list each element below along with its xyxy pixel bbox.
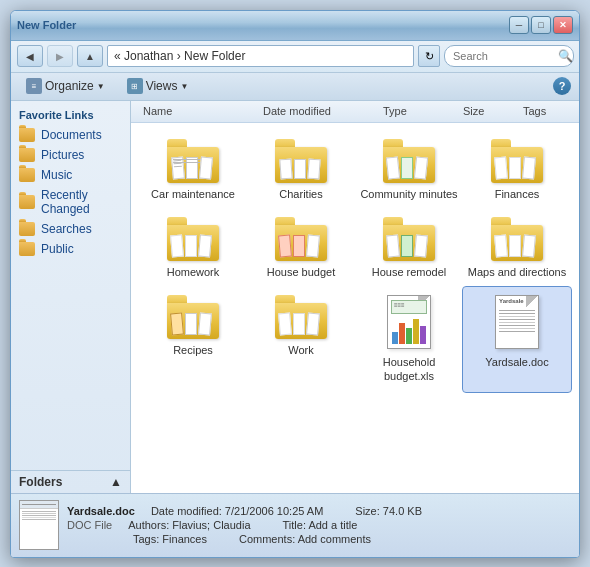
status-title: Title: Add a title [283, 519, 358, 531]
status-bar: Yardsale.doc Date modified: 7/21/2006 10… [11, 493, 579, 557]
file-item-car-maintenance[interactable]: Car maintenance [139, 131, 247, 209]
sidebar-item-searches[interactable]: Searches [11, 219, 130, 239]
status-row-tags: Tags: Finances Comments: Add comments [67, 533, 571, 545]
file-label-finances: Finances [495, 187, 540, 201]
file-label-house-remodel: House remodel [372, 265, 447, 279]
forward-button[interactable]: ▶ [47, 45, 73, 67]
title-bar-left: New Folder [17, 19, 76, 31]
file-label-maps-directions: Maps and directions [468, 265, 566, 279]
column-headers: Name Date modified Type Size Tags [131, 101, 579, 123]
status-comments: Comments: Add comments [239, 533, 371, 545]
content-area: Favorite Links Documents Pictures Music … [11, 101, 579, 493]
views-dropdown-icon: ▼ [180, 82, 188, 91]
file-label-house-budget: House budget [267, 265, 336, 279]
file-area: Name Date modified Type Size Tags [131, 101, 579, 493]
folder-icon-house-budget [275, 217, 327, 261]
folder-icon-maps-directions [491, 217, 543, 261]
toolbar: ≡ Organize ▼ ⊞ Views ▼ ? [11, 73, 579, 101]
folders-chevron-icon: ▲ [110, 475, 122, 489]
status-authors: Authors: Flavius; Claudia [128, 519, 250, 531]
status-row-filename: Yardsale.doc Date modified: 7/21/2006 10… [67, 505, 571, 517]
views-button[interactable]: ⊞ Views ▼ [120, 75, 196, 97]
col-header-type[interactable]: Type [379, 105, 459, 117]
file-item-homework[interactable]: Homework [139, 209, 247, 287]
back-button[interactable]: ◀ [17, 45, 43, 67]
doc-file-icon: Yardsale [491, 295, 543, 351]
file-item-recipes[interactable]: Recipes [139, 287, 247, 392]
col-header-size[interactable]: Size [459, 105, 519, 117]
folder-icon-work [275, 295, 327, 339]
col-header-tags[interactable]: Tags [519, 105, 571, 117]
status-filetype: DOC File [67, 519, 112, 531]
file-item-house-budget[interactable]: House budget [247, 209, 355, 287]
file-item-community-minutes[interactable]: Community minutes [355, 131, 463, 209]
sidebar-item-pictures[interactable]: Pictures [11, 145, 130, 165]
music-folder-icon [19, 168, 35, 182]
status-size: Size: 74.0 KB [355, 505, 422, 517]
folders-section[interactable]: Folders ▲ [11, 470, 130, 493]
file-label-charities: Charities [279, 187, 322, 201]
sidebar-item-recently-changed[interactable]: Recently Changed [11, 185, 130, 219]
file-item-household-budget[interactable]: ≡≡≡ Household budget.xls [355, 287, 463, 392]
file-label-homework: Homework [167, 265, 220, 279]
searches-folder-icon [19, 222, 35, 236]
window-title: New Folder [17, 19, 76, 31]
status-title-text: Title: Add a title [283, 519, 358, 531]
public-folder-icon [19, 242, 35, 256]
file-item-work[interactable]: Work [247, 287, 355, 392]
file-item-charities[interactable]: Charities [247, 131, 355, 209]
folder-icon-house-remodel [383, 217, 435, 261]
organize-button[interactable]: ≡ Organize ▼ [19, 75, 112, 97]
folder-icon-community-minutes [383, 139, 435, 183]
file-label-community-minutes: Community minutes [360, 187, 457, 201]
excel-file-icon: ≡≡≡ [383, 295, 435, 351]
files-grid: Car maintenance Charities [131, 123, 579, 493]
views-icon: ⊞ [127, 78, 143, 94]
file-item-finances[interactable]: Finances [463, 131, 571, 209]
file-label-car-maintenance: Car maintenance [151, 187, 235, 201]
file-label-household-budget: Household budget.xls [359, 355, 459, 384]
file-item-yardsale-doc[interactable]: Yardsale Yardsale.doc [463, 287, 571, 392]
status-info: Yardsale.doc Date modified: 7/21/2006 10… [67, 505, 571, 545]
address-input[interactable] [107, 45, 414, 67]
sidebar-item-documents[interactable]: Documents [11, 125, 130, 145]
col-header-date[interactable]: Date modified [259, 105, 379, 117]
refresh-button[interactable]: ↻ [418, 45, 440, 67]
status-thumbnail [19, 500, 59, 550]
status-filename: Yardsale.doc [67, 505, 135, 517]
window-controls: ─ □ ✕ [509, 16, 573, 34]
up-button[interactable]: ▲ [77, 45, 103, 67]
file-label-recipes: Recipes [173, 343, 213, 357]
close-button[interactable]: ✕ [553, 16, 573, 34]
col-header-name[interactable]: Name [139, 105, 259, 117]
title-bar: New Folder ─ □ ✕ [11, 11, 579, 41]
folder-icon-recipes [167, 295, 219, 339]
documents-folder-icon [19, 128, 35, 142]
sidebar-item-music[interactable]: Music [11, 165, 130, 185]
address-bar: ◀ ▶ ▲ ↻ 🔍 [11, 41, 579, 73]
recently-changed-folder-icon [19, 195, 35, 209]
pictures-folder-icon [19, 148, 35, 162]
file-item-maps-directions[interactable]: Maps and directions [463, 209, 571, 287]
minimize-button[interactable]: ─ [509, 16, 529, 34]
folder-icon-finances [491, 139, 543, 183]
file-item-house-remodel[interactable]: House remodel [355, 209, 463, 287]
search-input[interactable] [444, 45, 574, 67]
organize-dropdown-icon: ▼ [97, 82, 105, 91]
folder-icon-homework [167, 217, 219, 261]
status-date-modified: Date modified: 7/21/2006 10:25 AM [151, 505, 323, 517]
folder-icon-car-maintenance [167, 139, 219, 183]
help-button[interactable]: ? [553, 77, 571, 95]
favorites-title: Favorite Links [11, 101, 130, 125]
maximize-button[interactable]: □ [531, 16, 551, 34]
organize-icon: ≡ [26, 78, 42, 94]
status-row-filetype: DOC File Authors: Flavius; Claudia Title… [67, 519, 571, 531]
status-tags: Tags: Finances [133, 533, 207, 545]
file-label-work: Work [288, 343, 313, 357]
sidebar-item-public[interactable]: Public [11, 239, 130, 259]
search-icon: 🔍 [558, 49, 573, 63]
file-label-yardsale-doc: Yardsale.doc [485, 355, 548, 369]
sidebar: Favorite Links Documents Pictures Music … [11, 101, 131, 493]
explorer-window: New Folder ─ □ ✕ ◀ ▶ ▲ ↻ 🔍 ≡ Organize ▼ … [10, 10, 580, 558]
folder-icon-charities [275, 139, 327, 183]
